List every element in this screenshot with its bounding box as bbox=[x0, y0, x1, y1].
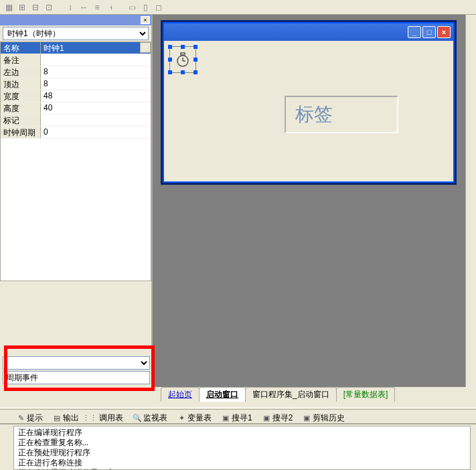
panel-header: × bbox=[0, 15, 151, 25]
var-icon: ✦ bbox=[177, 413, 186, 422]
call-icon: ⋮⋮⋮ bbox=[88, 413, 98, 422]
toolbar-button[interactable]: ≡ bbox=[91, 1, 103, 13]
close-button[interactable]: × bbox=[437, 26, 451, 38]
divider bbox=[0, 423, 476, 424]
selection-handle[interactable] bbox=[168, 58, 172, 62]
selection-handle[interactable] bbox=[193, 70, 197, 74]
prop-row[interactable]: 左边 8 bbox=[1, 66, 151, 78]
document-tabs: 起始页 启动窗口 窗口程序集_启动窗口 [常量数据表] bbox=[161, 388, 394, 402]
panel-close-button[interactable]: × bbox=[141, 16, 150, 24]
event-input[interactable] bbox=[3, 371, 150, 384]
bottom-tab-vars[interactable]: ✦变量表 bbox=[174, 412, 214, 424]
tab-startup-window[interactable]: 启动窗口 bbox=[199, 387, 246, 402]
bottom-tab-calltable[interactable]: ⋮⋮⋮调用表 bbox=[86, 412, 126, 424]
prop-label: 高度 bbox=[1, 102, 41, 114]
toolbar-button[interactable]: ⊞ bbox=[16, 1, 28, 13]
prop-ellipsis-button[interactable]: ··· bbox=[140, 42, 151, 53]
prop-value[interactable]: 8 bbox=[41, 66, 151, 78]
bottom-tab-clip[interactable]: ▣剪辑历史 bbox=[299, 412, 347, 424]
timer-control[interactable] bbox=[169, 46, 196, 73]
prop-value[interactable] bbox=[41, 54, 151, 66]
form-inner: _ □ × 标签 bbox=[163, 22, 455, 183]
selection-handle[interactable] bbox=[181, 70, 185, 74]
property-panel: × 时钟1（时钟） 名称 时钟1··· 备注 左边 8 顶边 8 bbox=[0, 15, 153, 387]
toolbar-button[interactable]: ▯ bbox=[139, 1, 151, 13]
maximize-button[interactable]: □ bbox=[422, 26, 436, 38]
prop-label: 名称 bbox=[1, 42, 41, 54]
design-surface[interactable]: _ □ × 标签 bbox=[153, 15, 476, 387]
prop-row[interactable]: 名称 时钟1··· bbox=[1, 42, 151, 54]
tab-const-table[interactable]: [常量数据表] bbox=[336, 387, 396, 402]
output-panel[interactable]: 正在编译现行程序 正在检查重复名称... 正在预处理现行程序 正在进行名称连接 … bbox=[13, 426, 471, 470]
search-icon: ▣ bbox=[221, 413, 230, 422]
object-selector-row: 时钟1（时钟） bbox=[0, 25, 151, 42]
minimize-button[interactable]: _ bbox=[408, 26, 421, 38]
clock-icon bbox=[175, 52, 191, 68]
prop-value[interactable]: 48 bbox=[41, 90, 151, 102]
prop-value[interactable]: 时钟1··· bbox=[41, 42, 151, 54]
prop-row[interactable]: 宽度 48 bbox=[1, 90, 151, 102]
prop-label: 标记 bbox=[1, 114, 41, 126]
toolbar-button[interactable]: ▭ bbox=[126, 1, 138, 13]
tab-start-page[interactable]: 起始页 bbox=[161, 387, 200, 402]
selection-handle[interactable] bbox=[193, 45, 197, 49]
search-icon: ▣ bbox=[262, 413, 271, 422]
selection-handle[interactable] bbox=[168, 70, 172, 74]
label-control[interactable]: 标签 bbox=[285, 96, 398, 133]
form-titlebar: _ □ × bbox=[164, 23, 453, 41]
prop-label: 备注 bbox=[1, 54, 41, 66]
selection-handle[interactable] bbox=[168, 45, 172, 49]
toolbar-button[interactable]: ⊡ bbox=[43, 1, 55, 13]
selection-handle[interactable] bbox=[181, 45, 185, 49]
toolbar-button[interactable]: ▦ bbox=[3, 1, 15, 13]
hint-icon: ✎ bbox=[16, 413, 25, 422]
toolbar-button[interactable]: ◻ bbox=[153, 1, 165, 13]
prop-row[interactable]: 时钟周期 0 bbox=[1, 127, 151, 139]
bottom-tab-output[interactable]: ▤输出 bbox=[50, 412, 82, 424]
property-grid[interactable]: 名称 时钟1··· 备注 左边 8 顶边 8 宽度 48 高度 40 bbox=[0, 42, 151, 281]
toolbar-button[interactable]: ⫞ bbox=[104, 1, 116, 13]
top-toolbar: ▦ ⊞ ⊟ ⊡ ↕ ↔ ≡ ⫞ ▭ ▯ ◻ bbox=[0, 0, 476, 15]
form-client[interactable]: 标签 bbox=[164, 41, 453, 181]
bottom-tab-search1[interactable]: ▣搜寻1 bbox=[218, 412, 255, 424]
object-selector[interactable]: 时钟1（时钟） bbox=[3, 27, 149, 40]
prop-label: 宽度 bbox=[1, 90, 41, 102]
prop-row[interactable]: 备注 bbox=[1, 54, 151, 66]
output-line: 正在检查重复名称... bbox=[18, 438, 466, 448]
output-line: 正在编译现行程序 bbox=[18, 428, 466, 438]
prop-row[interactable]: 标记 bbox=[1, 114, 151, 127]
prop-value[interactable]: 8 bbox=[41, 78, 151, 90]
prop-label: 时钟周期 bbox=[1, 127, 41, 138]
prop-row[interactable]: 高度 40 bbox=[1, 102, 151, 114]
toolbar-button[interactable]: ↔ bbox=[78, 1, 90, 13]
output-icon: ▤ bbox=[52, 413, 62, 422]
tab-window-assembly[interactable]: 窗口程序集_启动窗口 bbox=[245, 387, 337, 402]
main-area: × 时钟1（时钟） 名称 时钟1··· 备注 左边 8 顶边 8 bbox=[0, 15, 476, 387]
toolbar-button[interactable]: ↕ bbox=[64, 1, 76, 13]
event-area bbox=[0, 354, 153, 387]
prop-row[interactable]: 顶边 8 bbox=[1, 78, 151, 90]
bottom-tab-watch[interactable]: 🔍监视表 bbox=[130, 412, 170, 424]
svg-rect-3 bbox=[181, 53, 185, 55]
clip-icon: ▣ bbox=[302, 413, 311, 422]
divider bbox=[0, 407, 476, 410]
prop-label: 左边 bbox=[1, 66, 41, 78]
event-combo[interactable] bbox=[3, 356, 150, 370]
bottom-tabs: ✎提示 ▤输出 ⋮⋮⋮调用表 🔍监视表 ✦变量表 ▣搜寻1 ▣搜寻2 ▣剪辑历史 bbox=[13, 411, 347, 424]
selection-handle[interactable] bbox=[193, 58, 197, 62]
toolbar-button[interactable]: ⊟ bbox=[29, 1, 42, 13]
output-line: 正在进行名称连接 bbox=[18, 458, 466, 468]
prop-value[interactable]: 0 bbox=[41, 127, 151, 138]
prop-label: 顶边 bbox=[1, 78, 41, 90]
form-designer[interactable]: _ □ × 标签 bbox=[161, 20, 457, 185]
output-line: 正在预处理现行程序 bbox=[18, 448, 466, 458]
vertical-scrollbar[interactable] bbox=[465, 15, 476, 387]
bottom-tab-hint[interactable]: ✎提示 bbox=[13, 412, 46, 424]
watch-icon: 🔍 bbox=[133, 413, 142, 422]
bottom-tab-search2[interactable]: ▣搜寻2 bbox=[259, 412, 296, 424]
prop-value[interactable] bbox=[41, 114, 151, 126]
prop-value[interactable]: 40 bbox=[41, 102, 151, 114]
